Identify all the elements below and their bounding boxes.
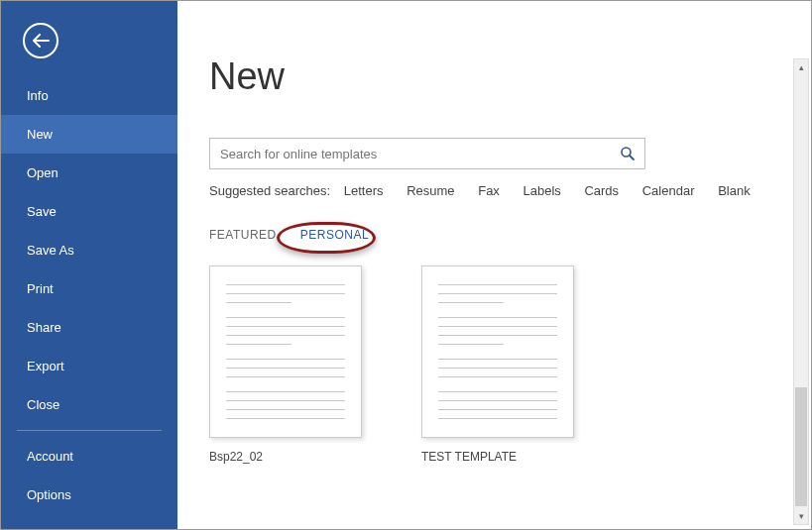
search-button[interactable] <box>609 139 644 168</box>
sidebar-item-save-as[interactable]: Save As <box>1 231 177 269</box>
page-title: New <box>209 55 781 98</box>
templates-grid: Bsp22_02 TEST TEMPLATE <box>209 265 781 464</box>
svg-line-1 <box>630 156 634 159</box>
sidebar-item-open[interactable]: Open <box>1 154 177 192</box>
back-button[interactable] <box>23 23 58 58</box>
template-thumbnail <box>209 265 362 438</box>
sidebar-item-new[interactable]: New <box>1 115 177 154</box>
suggested-link-fax[interactable]: Fax <box>478 183 500 198</box>
suggested-searches: Suggested searches: Letters Resume Fax L… <box>209 183 781 198</box>
suggested-link-labels[interactable]: Labels <box>522 183 560 198</box>
template-label: TEST TEMPLATE <box>421 450 574 464</box>
template-item[interactable]: TEST TEMPLATE <box>421 265 574 464</box>
backstage-sidebar: Info New Open Save Save As Print Share E… <box>1 1 177 529</box>
suggested-label: Suggested searches: <box>209 183 330 198</box>
tab-featured[interactable]: FEATURED <box>209 228 277 242</box>
suggested-link-blank[interactable]: Blank <box>718 183 751 198</box>
scrollbar[interactable]: ▴ ▾ <box>793 58 809 525</box>
sidebar-item-close[interactable]: Close <box>1 385 177 424</box>
template-thumbnail <box>421 265 574 438</box>
main-area: ▴ ▾ New Suggested searches: Letters Resu… <box>177 1 811 529</box>
sidebar-item-options[interactable]: Options <box>1 476 177 514</box>
sidebar-item-account[interactable]: Account <box>1 437 177 476</box>
sidebar-item-save[interactable]: Save <box>1 192 177 231</box>
sidebar-item-print[interactable]: Print <box>1 269 177 308</box>
suggested-link-letters[interactable]: Letters <box>344 183 384 198</box>
sidebar-item-share[interactable]: Share <box>1 308 177 347</box>
search-icon <box>620 146 636 161</box>
search-box <box>209 138 645 169</box>
tab-personal[interactable]: PERSONAL <box>292 224 377 246</box>
sidebar-item-export[interactable]: Export <box>1 347 177 385</box>
search-input[interactable] <box>210 139 609 168</box>
scroll-down-icon[interactable]: ▾ <box>794 508 808 524</box>
suggested-link-calendar[interactable]: Calendar <box>642 183 695 198</box>
scroll-thumb[interactable] <box>795 387 807 506</box>
suggested-link-resume[interactable]: Resume <box>406 183 454 198</box>
template-item[interactable]: Bsp22_02 <box>209 265 362 464</box>
template-tabs: FEATURED PERSONAL <box>209 228 781 242</box>
scroll-up-icon[interactable]: ▴ <box>794 59 808 75</box>
sidebar-item-info[interactable]: Info <box>1 76 177 115</box>
sidebar-divider <box>17 430 162 431</box>
template-label: Bsp22_02 <box>209 450 362 464</box>
suggested-link-cards[interactable]: Cards <box>584 183 619 198</box>
